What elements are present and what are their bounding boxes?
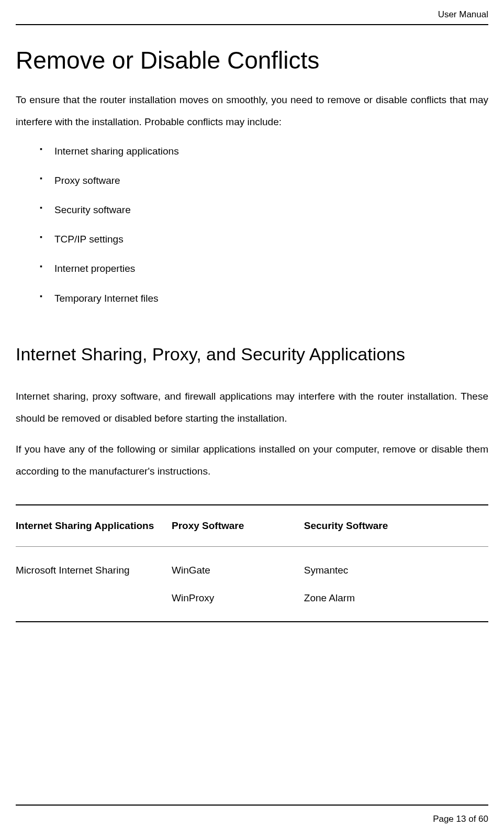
header-title: User Manual	[438, 9, 488, 19]
section2-paragraph-2: If you have any of the following or simi…	[16, 438, 488, 482]
table-header-row: Internet Sharing Applications Proxy Soft…	[16, 505, 488, 546]
section2-paragraph-1: Internet sharing, proxy software, and fi…	[16, 386, 488, 429]
table-cell-security: Symantec Zone Alarm	[304, 546, 488, 622]
page-footer: Page 13 of 60	[433, 814, 488, 824]
conflicts-table: Internet Sharing Applications Proxy Soft…	[16, 504, 488, 622]
list-item: Security software	[40, 201, 488, 219]
header-divider	[16, 24, 488, 25]
table-header-col3: Security Software	[304, 505, 488, 546]
conflicts-list: Internet sharing applications Proxy soft…	[16, 142, 488, 307]
table-cell-sharing: Microsoft Internet Sharing	[16, 546, 172, 622]
list-item: TCP/IP settings	[40, 230, 488, 248]
list-item: Proxy software	[40, 172, 488, 190]
list-item: Temporary Internet files	[40, 290, 488, 307]
table-header-col1: Internet Sharing Applications	[16, 505, 172, 546]
table-header-col2: Proxy Software	[172, 505, 304, 546]
page-header: User Manual	[16, 0, 488, 24]
list-item: Internet sharing applications	[40, 142, 488, 160]
footer-divider	[16, 805, 488, 806]
table-cell-line: Zone Alarm	[304, 584, 488, 612]
table-cell-line: Symantec	[304, 556, 488, 584]
section-heading-remove-conflicts: Remove or Disable Conflicts	[16, 46, 488, 74]
section-heading-internet-sharing: Internet Sharing, Proxy, and Security Ap…	[16, 344, 488, 365]
list-item: Internet properties	[40, 260, 488, 278]
intro-paragraph: To ensure that the router installation m…	[16, 89, 488, 133]
table-cell-proxy: WinGate WinProxy	[172, 546, 304, 622]
table-cell-line: WinGate	[172, 556, 304, 584]
page-number: Page 13 of 60	[433, 814, 488, 824]
table-cell-line: WinProxy	[172, 584, 304, 612]
table-row: Microsoft Internet Sharing WinGate WinPr…	[16, 546, 488, 622]
